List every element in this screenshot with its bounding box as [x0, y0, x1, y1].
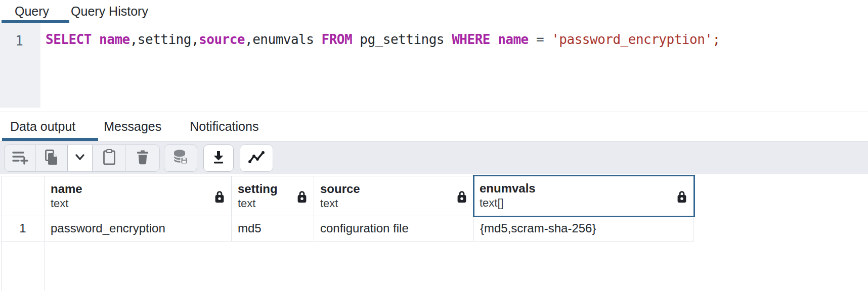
cell-enumvals[interactable]: {md5,scram-sha-256} [474, 216, 694, 241]
sql-token-keyword: SELECT [46, 32, 92, 47]
download-button[interactable] [203, 144, 234, 172]
column-header-name[interactable]: nametext [45, 176, 232, 216]
sql-editor[interactable]: 1 SELECT name,setting,source,enumvals FR… [0, 23, 868, 108]
active-tab-underline [2, 20, 69, 23]
results-grid: nametextsettingtextsourcetextenumvalstex… [1, 176, 694, 241]
column-header-source[interactable]: sourcetext [314, 176, 474, 216]
column-header-enumvals[interactable]: enumvalstext[] [473, 175, 695, 217]
column-name: name [51, 181, 231, 197]
tab-data-output[interactable]: Data output [10, 119, 75, 134]
lock-icon [214, 190, 225, 206]
row-header-edge [45, 241, 45, 291]
sql-token-plain [490, 32, 498, 47]
column-type: text [51, 197, 231, 211]
copy-button[interactable] [36, 145, 67, 171]
sql-token-plain [544, 32, 551, 47]
edit-button-group [4, 144, 160, 172]
trash-icon [136, 149, 150, 167]
column-type: text[] [480, 196, 693, 210]
editor-gutter: 1 [0, 23, 40, 108]
sql-token-punctuation: ; [712, 32, 720, 47]
graph-visualiser-button[interactable] [240, 144, 273, 172]
lock-icon [676, 190, 687, 206]
tab-notifications[interactable]: Notifications [190, 119, 258, 134]
grid-corner-cell[interactable] [1, 176, 45, 216]
sql-token-operator: = [536, 32, 544, 47]
sql-token-keyword: name [498, 32, 529, 47]
sql-token-plain [529, 32, 536, 47]
column-header-setting[interactable]: settingtext [232, 176, 314, 216]
column-name: enumvals [480, 180, 693, 196]
paste-icon [102, 149, 117, 168]
line-number: 1 [0, 33, 23, 48]
grid-toolbar [0, 141, 868, 174]
line-chart-icon [248, 150, 265, 167]
sql-token-plain [92, 32, 99, 47]
copy-options-button[interactable] [67, 145, 93, 171]
delete-button[interactable] [126, 145, 159, 171]
cell-name[interactable]: password_encryption [45, 216, 232, 241]
row-number-cell[interactable]: 1 [1, 216, 45, 241]
sql-token-string: 'password_encryption' [551, 32, 712, 47]
sql-token-keyword: name [99, 32, 130, 47]
sql-token-keyword: FROM [322, 32, 353, 47]
query-tabbar: QueryQuery History [0, 0, 868, 23]
paste-button[interactable] [93, 145, 126, 171]
lock-icon [296, 190, 308, 206]
cell-source[interactable]: configuration file [314, 216, 474, 241]
output-tabbar: Data outputMessagesNotifications [0, 112, 868, 141]
pgadmin-query-tool: { "colors": { "accent_blue": "#326690", … [0, 0, 868, 291]
sql-token-keyword: WHERE [452, 32, 490, 47]
column-name: source [320, 181, 473, 197]
sql-token-plain: ,setting, [130, 32, 199, 47]
chevron-down-icon [72, 150, 88, 167]
grid-left-edge [1, 241, 2, 291]
lock-icon [456, 190, 467, 206]
active-tab-underline [2, 138, 98, 141]
download-icon [210, 149, 227, 167]
tab-query[interactable]: Query [15, 4, 49, 19]
cell-setting[interactable]: md5 [232, 216, 314, 241]
sql-code-line[interactable]: SELECT name,setting,source,enumvals FROM… [46, 32, 720, 47]
sql-token-plain: ,enumvals [245, 32, 322, 47]
tab-query-history[interactable]: Query History [71, 4, 148, 19]
column-type: text [320, 197, 473, 211]
sql-token-keyword: source [199, 32, 245, 47]
database-save-icon [172, 149, 189, 168]
add-row-icon [12, 149, 29, 167]
save-data-changes-button[interactable] [164, 144, 197, 172]
add-row-button[interactable] [5, 145, 36, 171]
tab-messages[interactable]: Messages [104, 119, 161, 134]
sql-token-plain: pg_settings [352, 32, 452, 47]
copy-icon [43, 149, 60, 168]
